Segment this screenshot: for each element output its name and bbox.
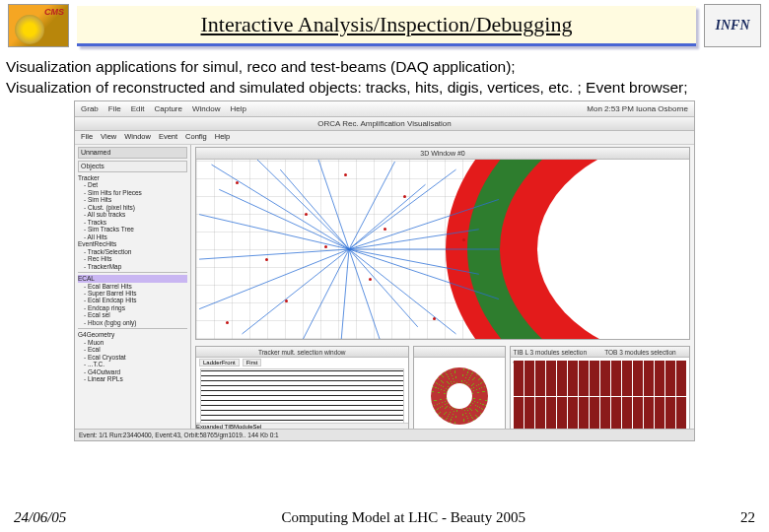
menubar-item[interactable]: Edit [131,104,145,113]
status-bar: Event: 1/1 Run:23440400, Event:43, Orbit… [75,429,694,440]
title-bar: Interactive Analysis/Inspection/Debuggin… [77,6,696,46]
menubar-item[interactable]: Window [192,104,220,113]
body-line-1: Visualization applications for simul, re… [6,57,763,78]
tree-item[interactable]: Tracker [78,174,187,181]
tree-item[interactable]: - Ecal Endcap Hits [78,297,187,303]
endcap-window[interactable] [413,346,506,436]
detector-3d-window[interactable]: 3D Window #0 [195,147,690,340]
sidebar-header: Unnamed [78,147,187,159]
modules-window[interactable]: TIB L 3 modules selection window TOB 3 m… [510,346,691,436]
object-tree[interactable]: Tracker- Det- Sim Hits for Pieces- Sim H… [78,174,187,383]
embedded-screenshot: Grab File Edit Capture Window Help Mon 2… [74,100,695,441]
infn-logo: INFN [704,4,761,47]
tree-item[interactable]: - Ecal sel [78,311,187,318]
tree-item[interactable]: EventRecHits [78,240,187,247]
bottom-panels: Tracker mult. selection window LadderFro… [195,346,690,436]
ladder-window[interactable]: Tracker mult. selection window LadderFro… [195,346,409,436]
ladder-tabs[interactable]: LadderFront First [199,359,261,366]
app-titlebar: ORCA Rec. Amplification Visualisation [75,117,694,131]
tree-item[interactable]: ECAL [78,275,187,282]
footer-page-number: 22 [740,509,755,526]
tree-item[interactable]: - Clust. (pixel hits) [78,204,187,211]
tree-item[interactable]: - Sim Hits [78,196,187,203]
object-tree-sidebar[interactable]: Unnamed Objects Tracker- Det- Sim Hits f… [75,145,191,440]
footer-title: Computing Model at LHC - Beauty 2005 [66,509,740,526]
main-area: 3D Window #0 [191,145,694,440]
tab-first[interactable]: First [243,359,262,366]
window-title [414,347,505,358]
tree-item[interactable]: - Ecal Cryostat [78,354,187,361]
tree-item[interactable]: - ...T.C. [78,361,187,367]
tree-item[interactable]: - Muon [78,339,187,346]
hits-overlay [196,160,689,339]
tree-item[interactable]: - Ecal Barrel Hits [78,283,187,290]
tree-item[interactable]: - All sub tracks [78,211,187,218]
slide-body-text: Visualization applications for simul, re… [0,49,769,100]
tree-item[interactable]: - Hbox (bgbg only) [78,319,187,326]
menubar-item[interactable]: Help [230,104,245,113]
tree-item[interactable]: - Sim Hits for Pieces [78,189,187,196]
window-title: Tracker mult. selection window [196,347,408,358]
endcap-ring-icon [431,367,488,425]
slide-footer: 24/06/05 Computing Model at LHC - Beauty… [0,509,769,526]
os-menubar: Grab File Edit Capture Window Help Mon 2… [75,101,694,117]
app-menu-item[interactable]: Config [185,132,207,143]
tree-item[interactable]: G4Geometry [78,331,187,338]
tree-item[interactable]: - Super Barrel Hits [78,290,187,297]
app-menu: File View Window Event Config Help [75,131,694,145]
app-menu-item[interactable]: Help [215,132,230,143]
tree-item[interactable]: - Det [78,181,187,188]
tree-item[interactable]: - TrackerMap [78,263,187,270]
tab-ladderfront[interactable]: LadderFront [199,359,240,366]
app-menu-item[interactable]: File [81,132,93,143]
cms-logo [8,4,69,47]
app-menu-item[interactable]: Event [159,132,177,143]
tree-item[interactable]: - Track/Selection [78,248,187,255]
footer-date: 24/06/05 [14,509,66,526]
tree-item[interactable]: - Tracks [78,219,187,226]
window-title: TIB L 3 modules selection window [514,347,597,357]
window-title: TOB 3 modules selection window [604,347,686,357]
app-body: Unnamed Objects Tracker- Det- Sim Hits f… [75,145,694,440]
app-menu-item[interactable]: View [101,132,116,143]
body-line-2: Visualization of reconstructed and simul… [6,78,763,99]
menubar-item[interactable]: Grab [81,104,99,113]
menubar-clock: Mon 2:53 PM Iuona Osborne [587,104,688,113]
tree-item[interactable]: - Linear RPLs [78,375,187,382]
tree-item[interactable]: - Sim Tracks Tree [78,226,187,233]
tree-item[interactable]: - Rec Hits [78,255,187,262]
tree-item[interactable]: - Ecal [78,346,187,353]
detector-canvas[interactable] [196,160,689,339]
tree-item[interactable]: - Endcap rings [78,304,187,311]
app-menu-item[interactable]: Window [124,132,151,143]
menubar-item[interactable]: Capture [154,104,181,113]
modules-canvas[interactable] [514,361,687,432]
tree-item[interactable]: - G4Outward [78,368,187,375]
tree-item[interactable]: - All Hits [78,233,187,240]
window-title: 3D Window #0 [196,148,689,160]
slide-header: Interactive Analysis/Inspection/Debuggin… [0,0,769,49]
slide-title: Interactive Analysis/Inspection/Debuggin… [89,12,684,37]
menubar-item[interactable]: File [108,104,121,113]
sidebar-tab[interactable]: Objects [78,161,187,172]
